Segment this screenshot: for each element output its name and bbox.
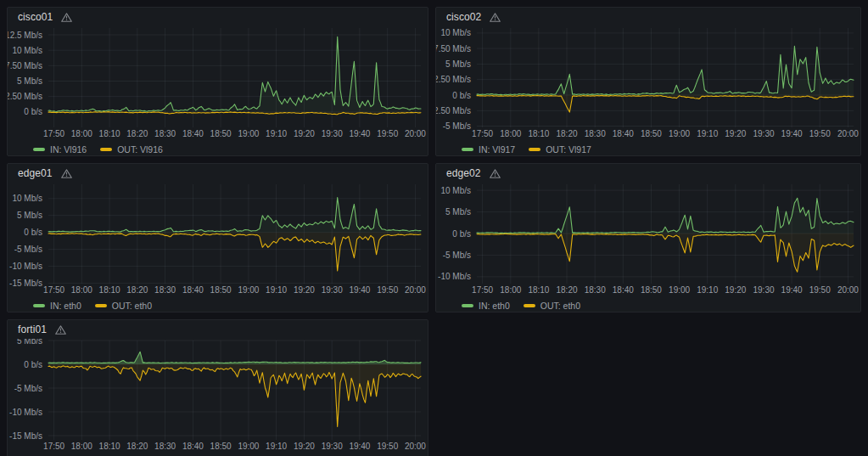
dashboard: cisco01 17:5018:0018:1018:2018:3018:4018…: [0, 0, 868, 456]
x-tick-label: 18:00: [500, 285, 521, 295]
warning-triangle-icon[interactable]: [55, 325, 66, 335]
legend-item[interactable]: OUT: eth0: [524, 301, 580, 311]
x-tick-label: 19:40: [349, 442, 370, 451]
x-tick-label: 19:10: [697, 129, 718, 138]
panel-header[interactable]: cisco01: [8, 8, 428, 26]
y-tick-label: 0 b/s: [24, 228, 42, 237]
x-tick-label: 19:10: [266, 442, 287, 451]
y-tick-label: 10 Mb/s: [440, 28, 471, 37]
legend-item[interactable]: IN: Vl917: [462, 144, 515, 155]
legend-label: IN: Vl917: [479, 144, 515, 155]
time-series-chart[interactable]: 17:5018:0018:1018:2018:3018:4018:5019:00…: [8, 183, 428, 297]
y-tick-label: 2.50 Mb/s: [8, 92, 42, 101]
legend-swatch: [100, 148, 112, 151]
legend-item[interactable]: IN: eth0: [462, 301, 510, 311]
legend-swatch: [524, 304, 535, 307]
series-line-in: [48, 352, 421, 363]
x-tick-label: 17:50: [43, 129, 64, 138]
x-tick-label: 18:40: [613, 129, 634, 138]
panel-title[interactable]: cisco02: [446, 11, 481, 23]
y-tick-label: -10 Mb/s: [9, 262, 42, 271]
x-tick-label: 18:10: [99, 285, 120, 295]
time-series-chart[interactable]: 17:5018:0018:1018:2018:3018:4018:5019:00…: [8, 26, 428, 141]
panel-title[interactable]: forti01: [18, 324, 47, 335]
x-tick-label: 19:10: [266, 285, 287, 295]
warning-triangle-icon[interactable]: [61, 169, 72, 178]
x-tick-label: 19:30: [322, 442, 343, 451]
x-tick-label: 19:40: [781, 129, 803, 138]
series-line-out: [48, 234, 421, 271]
legend-label: IN: Vl916: [50, 144, 87, 155]
x-tick-label: 19:50: [377, 442, 398, 451]
panel-header[interactable]: forti01: [8, 320, 428, 339]
panel: forti01 17:5018:0018:1018:2018:3018:4018…: [7, 319, 428, 456]
x-tick-label: 19:50: [809, 129, 831, 138]
y-tick-label: -15 Mb/s: [9, 279, 42, 288]
x-tick-label: 20:00: [405, 129, 426, 138]
panel-title[interactable]: cisco01: [18, 11, 53, 23]
time-series-chart[interactable]: 17:5018:0018:1018:2018:3018:4018:5019:00…: [436, 183, 860, 297]
panel: cisco01 17:5018:0018:1018:2018:3018:4018…: [7, 7, 428, 156]
series-fill-in: [477, 198, 854, 234]
panel: edge01 17:5018:0018:1018:2018:3018:4018:…: [7, 163, 428, 312]
x-tick-label: 20:00: [837, 129, 859, 138]
legend: IN: eth0OUT: eth0: [8, 297, 428, 312]
x-tick-label: 19:30: [753, 129, 774, 138]
legend-label: OUT: eth0: [112, 301, 152, 311]
x-tick-label: 18:30: [585, 129, 606, 138]
y-tick-label: 5 Mb/s: [445, 59, 471, 69]
y-tick-label: 5 Mb/s: [17, 76, 42, 86]
x-tick-label: 18:40: [182, 442, 204, 451]
x-tick-label: 19:00: [669, 285, 690, 295]
y-tick-label: -5 Mb/s: [14, 245, 42, 254]
x-tick-label: 18:00: [500, 129, 521, 138]
warning-triangle-icon[interactable]: [490, 169, 501, 178]
warning-triangle-icon[interactable]: [61, 13, 72, 22]
y-tick-label: -10 Mb/s: [438, 272, 471, 281]
legend-item[interactable]: IN: eth0: [33, 301, 81, 311]
plot-area: [48, 37, 421, 115]
x-tick-label: 20:00: [405, 285, 426, 295]
warning-triangle-icon-svg: [490, 13, 501, 22]
x-tick-label: 19:00: [238, 285, 259, 295]
legend-swatch: [462, 304, 473, 307]
legend-item[interactable]: OUT: Vl916: [100, 144, 163, 155]
legend: IN: eth0OUT: eth0: [436, 297, 860, 312]
x-tick-label: 19:40: [781, 285, 803, 295]
plot-area: [48, 198, 421, 271]
y-tick-label: 5 Mb/s: [17, 211, 42, 220]
legend-item[interactable]: OUT: Vl917: [529, 144, 591, 155]
warning-triangle-icon[interactable]: [490, 13, 501, 22]
y-tick-label: 0 b/s: [24, 360, 42, 369]
time-series-chart[interactable]: 17:5018:0018:1018:2018:3018:4018:5019:00…: [436, 26, 860, 141]
time-series-chart[interactable]: 17:5018:0018:1018:2018:3018:4018:5019:00…: [8, 339, 428, 453]
x-tick-label: 19:40: [349, 129, 370, 138]
legend-item[interactable]: OUT: eth0: [95, 301, 152, 311]
panel-header[interactable]: edge01: [8, 164, 428, 183]
dashboard-row: forti01 17:5018:0018:1018:2018:3018:4018…: [7, 319, 861, 456]
y-tick-label: 0 b/s: [24, 107, 42, 116]
x-tick-label: 18:10: [528, 285, 549, 295]
x-tick-label: 18:20: [126, 129, 148, 138]
x-tick-label: 19:10: [266, 129, 287, 138]
panel-header[interactable]: edge02: [436, 164, 860, 183]
x-tick-label: 18:30: [154, 442, 176, 451]
panel: edge02 17:5018:0018:1018:2018:3018:4018:…: [435, 163, 861, 312]
warning-triangle-icon-svg: [55, 325, 66, 335]
x-tick-label: 18:20: [556, 129, 577, 138]
y-tick-label: 12.5 Mb/s: [8, 31, 42, 40]
legend-item[interactable]: IN: Vl916: [33, 144, 87, 155]
panel-header[interactable]: cisco02: [436, 8, 860, 26]
panel-title[interactable]: edge01: [18, 167, 53, 179]
plot-area: [48, 352, 421, 426]
series-fill-in: [48, 37, 421, 112]
y-tick-label: 0 b/s: [452, 91, 471, 100]
dashboard-row: cisco01 17:5018:0018:1018:2018:3018:4018…: [7, 7, 861, 156]
legend-swatch: [33, 148, 45, 151]
y-tick-label: -2.50 Mb/s: [436, 106, 471, 115]
x-tick-label: 19:30: [322, 285, 343, 295]
panel-title[interactable]: edge02: [446, 167, 481, 179]
series-line-in: [48, 198, 421, 233]
y-tick-label: -15 Mb/s: [9, 431, 42, 441]
x-tick-label: 20:00: [837, 285, 859, 295]
